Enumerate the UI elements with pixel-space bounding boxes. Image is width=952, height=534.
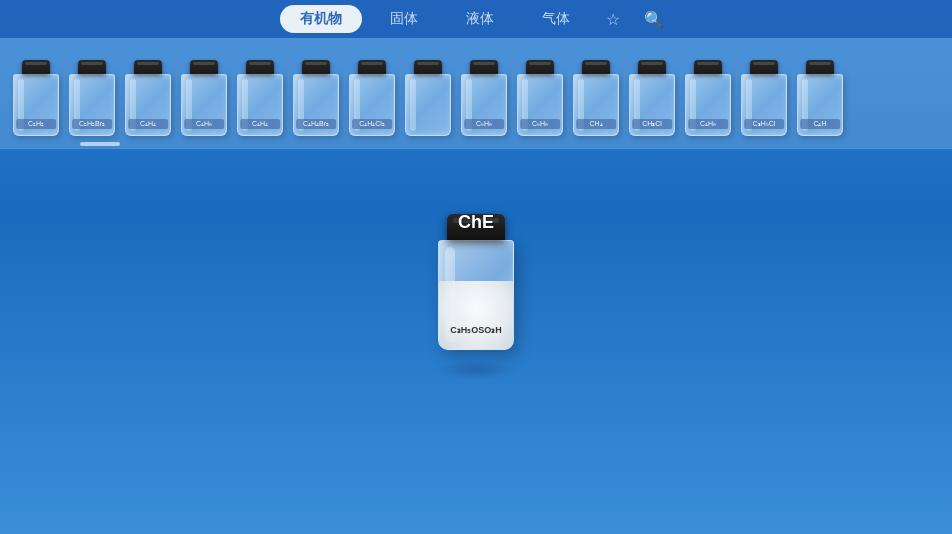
list-item[interactable]: C₄H₆ (178, 60, 230, 140)
bottle-label: C₄H₄Cl₂ (352, 119, 392, 129)
list-item[interactable]: C₆H₆ (458, 60, 510, 140)
bottle-label: C₃H₅Cl (744, 119, 784, 129)
list-item[interactable]: C₄H₄ (234, 60, 286, 140)
bottle-body: CH₃Cl (629, 74, 675, 136)
center-bottle-label: C₃H₅OSO₃H (450, 325, 502, 335)
list-item[interactable]: C₄H₄ (122, 60, 174, 140)
navigation-bar: 有机物 固体 液体 气体 ☆ 🔍 (0, 0, 952, 38)
bottle-body: C₄H (797, 74, 843, 136)
bottle-label: C₂H₂ (16, 119, 56, 129)
bottle-cap (414, 60, 442, 74)
bottle-cap (246, 60, 274, 74)
bottle-cap (302, 60, 330, 74)
bottle-body: C₂H₂ (13, 74, 59, 136)
bottle-label: C₄H₆ (688, 119, 728, 129)
divider (0, 148, 952, 149)
tab-organic[interactable]: 有机物 (280, 5, 362, 33)
list-item[interactable]: C₄H₄Br₂ (290, 60, 342, 140)
bottle-body: C₄H₄Br₂ (293, 74, 339, 136)
powder-fill (439, 281, 513, 349)
center-bottle-body: C₃H₅OSO₃H (438, 240, 514, 350)
bottle-cap (694, 60, 722, 74)
bottle-body: C₂H₂Br₂ (69, 74, 115, 136)
list-item[interactable]: C₃H₅Cl (738, 60, 790, 140)
bottle-body: C₄H₆ (685, 74, 731, 136)
bottle-cap (22, 60, 50, 74)
bottle-cap (78, 60, 106, 74)
bottle-cap (134, 60, 162, 74)
list-item[interactable] (402, 60, 454, 140)
bottle-cap (806, 60, 834, 74)
bottle-label: C₄H₄Br₂ (296, 119, 336, 129)
bottle-label: C₆H₆ (520, 119, 560, 129)
list-item[interactable]: C₂H₂ (10, 60, 62, 140)
tab-solid[interactable]: 固体 (370, 5, 438, 33)
bottle-cap (190, 60, 218, 74)
tab-gas[interactable]: 气体 (522, 5, 590, 33)
list-item[interactable]: C₂H₂Br₂ (66, 60, 118, 140)
bottle-label: CH₃Cl (632, 119, 672, 129)
shelf-bottles: C₂H₂ C₂H₂Br₂ C₄H₄ (10, 60, 846, 140)
che-label: ChE (458, 212, 494, 233)
list-item[interactable]: C₄H₄Cl₂ (346, 60, 398, 140)
bottle-cap (582, 60, 610, 74)
bottle-shadow (436, 360, 516, 380)
star-icon[interactable]: ☆ (594, 5, 632, 34)
bottle-label: C₂H₂Br₂ (72, 119, 112, 129)
bottle-label: C₄H₆ (184, 119, 224, 129)
list-item[interactable]: CH₄ (570, 60, 622, 140)
bottle-shelf: C₂H₂ C₂H₂Br₂ C₄H₄ (0, 38, 952, 148)
bottle-label: C₄H₄ (128, 119, 168, 129)
list-item[interactable]: C₄H (794, 60, 846, 140)
bottle-body: C₄H₄ (125, 74, 171, 136)
bottle-body (405, 74, 451, 136)
bottle-body: C₄H₄Cl₂ (349, 74, 395, 136)
list-item[interactable]: CH₃Cl (626, 60, 678, 140)
center-bottle-cap: ChE (447, 214, 505, 240)
bottle-cap (750, 60, 778, 74)
bottle-body: C₃H₅Cl (741, 74, 787, 136)
bottle-cap (358, 60, 386, 74)
bottle-body: C₄H₄ (237, 74, 283, 136)
bottle-label: C₄H₄ (240, 119, 280, 129)
bottle-label: C₆H₆ (464, 119, 504, 129)
bottle-body: C₆H₆ (461, 74, 507, 136)
bottle-label: CH₄ (576, 119, 616, 129)
list-item[interactable]: C₄H₆ (682, 60, 734, 140)
tab-liquid[interactable]: 液体 (446, 5, 514, 33)
bottle-cap (470, 60, 498, 74)
bottle-cap (526, 60, 554, 74)
center-bottle[interactable]: ChE C₃H₅OSO₃H (436, 214, 516, 380)
bottle-label: C₄H (800, 119, 840, 129)
search-icon[interactable]: 🔍 (632, 5, 676, 34)
list-item[interactable]: C₆H₆ (514, 60, 566, 140)
shelf-scrollbar[interactable] (80, 142, 120, 146)
bottle-cap (638, 60, 666, 74)
bottle-body: CH₄ (573, 74, 619, 136)
bottle-body: C₄H₆ (181, 74, 227, 136)
bottle-body: C₆H₆ (517, 74, 563, 136)
